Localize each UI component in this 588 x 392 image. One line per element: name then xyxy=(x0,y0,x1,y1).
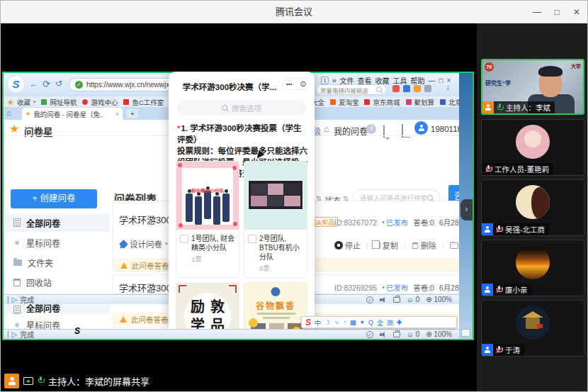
browser-tab-active[interactable]: ★ 我的问卷 - 问卷星（免.. × xyxy=(22,108,123,120)
bookmark-nav[interactable]: 网址导航 xyxy=(41,97,77,107)
undo-icon[interactable]: ↺ xyxy=(55,79,62,89)
stop-action[interactable]: 停止 xyxy=(334,240,361,251)
play-icon: ▷ xyxy=(12,296,18,303)
sidebar-item-trash[interactable]: 回收站 xyxy=(4,273,110,291)
document-icon xyxy=(13,218,21,227)
participant-tile[interactable]: 吴强-北工商 xyxy=(481,179,584,236)
bookmark-juhuasuan[interactable]: 聚划算 xyxy=(406,97,435,107)
create-survey-button[interactable]: + 创建问卷 xyxy=(11,189,97,208)
sidebar-item-label: 回收站 xyxy=(26,276,52,289)
more-options-icon[interactable]: ••• xyxy=(283,79,296,89)
delete-action[interactable]: 删除 xyxy=(412,240,436,251)
bookmark-label: 游戏中心 xyxy=(91,97,118,107)
checkbox[interactable] xyxy=(180,235,188,243)
zoom-control[interactable]: ⊕ 100% xyxy=(426,296,452,303)
participant-tile[interactable]: 于涛 xyxy=(481,300,584,357)
design-survey-button[interactable]: 设计问卷 ▾ xyxy=(120,238,168,250)
vote-option-2[interactable]: 2号团队, BTBU有机小分队 0票 xyxy=(244,161,307,278)
message-icon[interactable] xyxy=(383,125,385,138)
speaker-icon[interactable] xyxy=(380,297,387,303)
secure-shield-icon: ✓ xyxy=(75,81,83,89)
collapse-arrow[interactable]: › xyxy=(460,199,473,220)
option-2-row[interactable]: 2号团队, BTBU有机小分队 xyxy=(244,230,307,263)
capsule-close-icon[interactable]: ⊙ xyxy=(296,79,310,89)
ime-punct-icon[interactable]: 丶 xyxy=(334,318,341,327)
participant-name: 主持人：李斌 xyxy=(506,102,550,113)
vote-option-3[interactable]: 励 敦 学 品 xyxy=(176,282,239,331)
sogou-ime-bar[interactable]: S 中 ☽ 丶 ↑ ▦ ✦ Q 全 简 ✚ xyxy=(301,316,457,328)
extension-icon[interactable] xyxy=(403,85,410,92)
menu-help[interactable]: 帮助 xyxy=(411,75,425,86)
key-icon[interactable] xyxy=(414,85,421,92)
ime-halfmoon-icon[interactable]: ☽ xyxy=(324,318,331,326)
zoom-level: 100% xyxy=(434,330,452,338)
home-icon[interactable]: ⌂ xyxy=(324,124,329,134)
bookmark-taobao[interactable]: 爱淘宝 xyxy=(330,97,359,107)
browser-minimize-button[interactable]: — xyxy=(429,77,436,84)
check-icon[interactable]: ✓ xyxy=(366,296,373,303)
team-photo xyxy=(182,168,233,225)
browser-search-box[interactable]: 男童电梯内被砸走 xyxy=(316,84,387,95)
sidebar-item-all-surveys[interactable]: 全部问卷 xyxy=(4,213,110,232)
back-icon[interactable]: ← xyxy=(29,79,38,89)
download-icon[interactable]: ↓ xyxy=(446,82,450,92)
avatar xyxy=(516,185,550,219)
toolbox-icon[interactable] xyxy=(393,332,400,337)
vote-option-1[interactable]: 财/会/精/英/小/分/队 1号团队, 财会精英小分队 1票 xyxy=(176,161,239,278)
ime-simplified-icon[interactable]: 简 xyxy=(387,318,394,327)
refresh-icon[interactable]: ⟳ xyxy=(43,79,50,89)
ime-mic-icon[interactable]: ↑ xyxy=(344,318,347,326)
option-4-image: 谷物飘香 xyxy=(244,283,307,331)
participant-tile[interactable]: 工作人员-董艳莉 xyxy=(481,119,584,176)
decoration xyxy=(268,184,284,195)
decoration xyxy=(496,226,503,233)
toolbox-icon[interactable] xyxy=(393,297,400,303)
bookmark-game-center[interactable]: 游戏中心 xyxy=(82,97,118,107)
feedback-bubble-icon[interactable] xyxy=(461,329,470,337)
ime-mode-cn[interactable]: 中 xyxy=(315,318,322,327)
option-1-row[interactable]: 1号团队, 财会精英小分队 xyxy=(176,230,239,254)
checkbox[interactable] xyxy=(248,235,256,243)
browser-maximize-button[interactable]: □ xyxy=(439,77,443,84)
option-search-field[interactable]: 搜索选项 xyxy=(177,100,306,116)
bookmark-favorites[interactable]: ★ 收藏 ▾ xyxy=(7,97,35,107)
ime-symbol-icon[interactable]: ✦ xyxy=(359,318,365,326)
zoom-control[interactable]: ⊕ 100% xyxy=(426,330,452,338)
survey-id: ID:83267072 xyxy=(334,218,377,227)
ime-full-icon[interactable]: 全 xyxy=(377,318,384,327)
extension-icon[interactable] xyxy=(392,85,400,92)
maximize-button[interactable]: □ xyxy=(548,1,566,23)
toolbar-extension-icons xyxy=(392,85,431,92)
sidebar-item-starred[interactable]: ★ 星标问卷 xyxy=(4,233,110,252)
participant-name: 于涛 xyxy=(505,345,520,355)
ime-tools-icon[interactable]: ✚ xyxy=(397,318,402,326)
vote-option-4[interactable]: 谷物飘香 xyxy=(244,282,307,331)
more-chevron-icon[interactable]: » xyxy=(332,77,337,84)
tab-close-icon[interactable]: × xyxy=(115,111,119,118)
check-icon[interactable]: ✓ xyxy=(366,331,373,338)
emoji-counter[interactable]: ☺ 0 xyxy=(407,330,420,338)
menu-tools[interactable]: 工具 xyxy=(393,75,407,86)
bookmark-jd[interactable]: 京东商城 xyxy=(364,97,400,107)
wjx-brand[interactable]: 问卷星 xyxy=(24,124,53,138)
extension-icon[interactable] xyxy=(424,85,431,92)
ime-keyboard-icon[interactable]: ▦ xyxy=(350,318,356,326)
avatar[interactable] xyxy=(414,121,428,135)
speaker-icon[interactable] xyxy=(380,332,387,337)
help-icon[interactable]: ? xyxy=(366,124,376,134)
ime-search-icon[interactable]: Q xyxy=(368,318,373,326)
decoration xyxy=(537,324,543,328)
copy-action[interactable]: 复制 xyxy=(374,240,398,251)
minimize-button[interactable]: — xyxy=(528,1,546,23)
home-icon[interactable]: ⌂ xyxy=(6,108,11,117)
participant-tile[interactable]: 廉小亲 xyxy=(481,240,584,296)
new-tab-button[interactable]: + xyxy=(127,109,138,118)
bookmark-fishc[interactable]: 鱼C工作室 xyxy=(123,97,164,107)
mic-on-icon xyxy=(38,376,44,385)
participant-tile-host[interactable]: 70 大学 研究生“学 主持人：李斌 xyxy=(481,59,584,115)
sidebar-item-all-surveys[interactable]: 全部问卷 xyxy=(4,304,110,314)
person-badge-icon xyxy=(482,284,493,296)
sidebar-item-folders[interactable]: 文件夹 xyxy=(4,253,110,271)
emoji-counter[interactable]: ☺ 0 xyxy=(407,296,420,303)
close-button[interactable]: ✕ xyxy=(567,1,586,23)
